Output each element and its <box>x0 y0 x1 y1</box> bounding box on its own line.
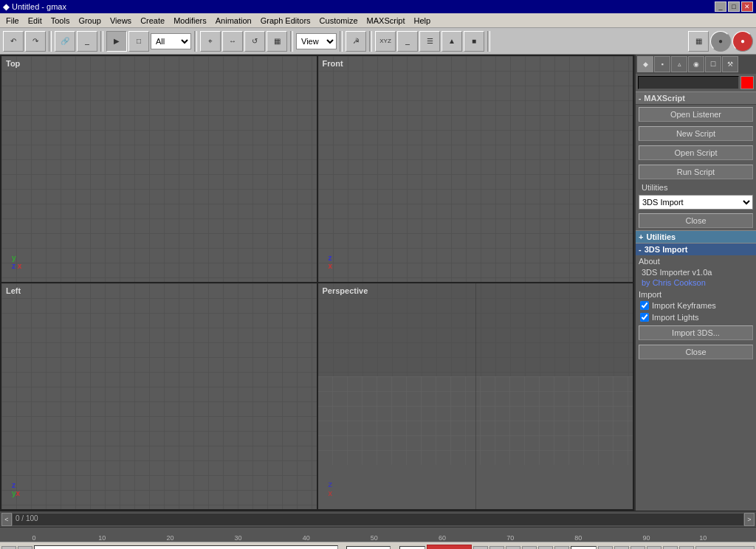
maximize-button[interactable]: □ <box>728 1 740 12</box>
viewport-top[interactable]: Top y z x <box>1 55 317 283</box>
maxscript-close-button[interactable]: Close <box>639 213 753 228</box>
title-bar: ◆ Untitled - gmax _ □ ✕ <box>0 0 756 13</box>
ruler-mark-30: 30 <box>235 534 242 542</box>
viewport-left-grid <box>1 283 317 509</box>
select-region-button[interactable]: □ <box>128 31 149 52</box>
frame-input[interactable] <box>571 546 597 550</box>
x-value[interactable] <box>346 546 391 550</box>
import-3ds-button[interactable]: Import 3DS... <box>639 325 753 340</box>
menu-tools[interactable]: Tools <box>47 15 75 27</box>
tab-display[interactable]: ☐ <box>705 56 721 72</box>
select-link-button[interactable]: 🔗 <box>55 31 75 52</box>
viewport-nav-3[interactable]: ♦ <box>663 546 678 550</box>
schematic-button[interactable]: ■ <box>464 31 484 52</box>
maxscript-label: MAXScript <box>644 94 685 103</box>
animate-button[interactable]: Animate <box>427 545 472 550</box>
menu-graph-editors[interactable]: Graph Editors <box>256 15 315 27</box>
move-keys-button[interactable]: ▲ <box>614 546 629 550</box>
coord-x: X <box>340 546 391 550</box>
scale-tool-button[interactable]: ▦ <box>267 31 287 52</box>
import-keyframes-checkbox[interactable] <box>640 301 649 310</box>
threeds-import-section-header[interactable]: - 3DS Import <box>636 243 756 255</box>
ruler-mark-0: 0 <box>32 534 36 542</box>
curve-editor-button[interactable]: ▲ <box>441 31 462 52</box>
render-scene-button[interactable]: ● <box>710 31 731 52</box>
viewport-nav-4[interactable]: ⋮ <box>679 546 694 550</box>
search-button[interactable]: 🔍 <box>598 546 613 550</box>
status-input[interactable] <box>34 545 338 550</box>
menu-file[interactable]: File <box>1 15 24 27</box>
tab-utilities[interactable]: ⚒ <box>722 56 738 72</box>
run-script-button[interactable]: Run Script <box>639 165 753 179</box>
viewport-front[interactable]: Front z x <box>317 55 634 283</box>
open-listener-button[interactable]: Open Listener <box>639 107 753 122</box>
menu-modifiers[interactable]: Modifiers <box>169 15 211 27</box>
menu-animation[interactable]: Animation <box>211 15 256 27</box>
viewport-left[interactable]: Left z yx <box>1 283 317 510</box>
importer-author[interactable]: by Chris Cookson <box>636 277 756 288</box>
magnet-button[interactable]: ☭ <box>346 31 366 52</box>
ruler-mark-20: 20 <box>166 534 173 542</box>
status-icon-2[interactable]: ▦ <box>18 546 32 550</box>
menu-customize[interactable]: Customize <box>315 15 362 27</box>
go-to-start-button[interactable]: |◀ <box>473 546 488 550</box>
next-frame-button[interactable]: ▶ <box>522 546 537 550</box>
timeline-counter: 0 / 100 <box>16 514 38 522</box>
tab-modify[interactable]: ▪ <box>654 56 670 72</box>
menu-group[interactable]: Group <box>74 15 106 27</box>
open-script-button[interactable]: Open Script <box>639 145 753 160</box>
select-button[interactable]: ▶ <box>106 31 127 52</box>
timeline-scroll-left[interactable]: < <box>1 513 12 526</box>
key-mode-button[interactable]: K <box>554 546 569 550</box>
view-dropdown[interactable]: View Screen World Local <box>296 33 337 49</box>
status-icon-1[interactable]: ▤ <box>1 546 16 550</box>
tab-motion[interactable]: ◉ <box>688 56 704 72</box>
redo-button[interactable]: ↷ <box>25 31 46 52</box>
go-to-end-button[interactable]: ▶| <box>538 546 553 550</box>
toolbar-sep-1 <box>49 31 52 52</box>
quick-render-button[interactable]: ● <box>732 31 753 52</box>
minimize-button[interactable]: _ <box>715 1 726 12</box>
mirror-button[interactable]: ⎯ <box>397 31 418 52</box>
utilities-section-header[interactable]: + Utilities <box>636 230 756 243</box>
color-swatch[interactable] <box>740 76 754 89</box>
viewport-top-label: Top <box>6 59 20 68</box>
named-selection-button[interactable]: XYZ <box>375 31 396 52</box>
menu-edit[interactable]: Edit <box>24 15 47 27</box>
menu-create[interactable]: Create <box>136 15 169 27</box>
menu-help[interactable]: Help <box>410 15 436 27</box>
timeline-track[interactable]: 0 / 100 <box>12 513 744 526</box>
prev-frame-button[interactable]: ◀ <box>489 546 504 550</box>
viewport-top-axis: y z x <box>12 254 21 270</box>
undo-button[interactable]: ↶ <box>3 31 24 52</box>
selection-filter-dropdown[interactable]: All Geometry Shapes Lights Cameras <box>151 33 191 49</box>
threeds-close-button[interactable]: Close <box>639 345 753 359</box>
import-lights-checkbox[interactable] <box>640 313 649 322</box>
viewport-nav-1[interactable]: □ <box>630 546 645 550</box>
viewport-nav-2[interactable]: ■ <box>647 546 662 550</box>
timeline-scroll-right[interactable]: > <box>744 513 755 526</box>
move-tool-button[interactable]: ↔ <box>222 31 243 52</box>
utilities-dropdown[interactable]: 3DS Import Bitmap/Photometric Camera Mat… <box>639 195 753 210</box>
menu-maxscript[interactable]: MAXScript <box>362 15 410 27</box>
tab-create[interactable]: ◆ <box>637 56 653 72</box>
new-script-button[interactable]: New Script <box>639 126 753 141</box>
toolbar-sep-6 <box>369 31 372 52</box>
add-time-tag-button[interactable]: Add Time Tag <box>695 546 755 550</box>
app-icon: ◆ <box>3 2 9 12</box>
color-input[interactable] <box>638 76 739 89</box>
y-value[interactable] <box>399 546 425 550</box>
ruler: 0 10 20 30 40 50 60 70 80 90 10 <box>0 527 756 542</box>
align-button[interactable]: ☰ <box>419 31 440 52</box>
play-button[interactable]: ▶ <box>506 546 520 550</box>
unlink-button[interactable]: ⎯ <box>77 31 97 52</box>
maxscript-section-header[interactable]: - MAXScript <box>636 92 756 105</box>
close-button[interactable]: ✕ <box>741 1 753 12</box>
ruler-mark-70: 70 <box>506 534 514 542</box>
viewport-perspective[interactable]: Perspective z x <box>317 283 634 510</box>
select-tool-button[interactable]: ⌖ <box>200 31 221 52</box>
material-editor-button[interactable]: ▦ <box>688 31 709 52</box>
menu-views[interactable]: Views <box>106 15 136 27</box>
rotate-tool-button[interactable]: ↺ <box>244 31 265 52</box>
tab-hierarchy[interactable]: ▵ <box>671 56 687 72</box>
